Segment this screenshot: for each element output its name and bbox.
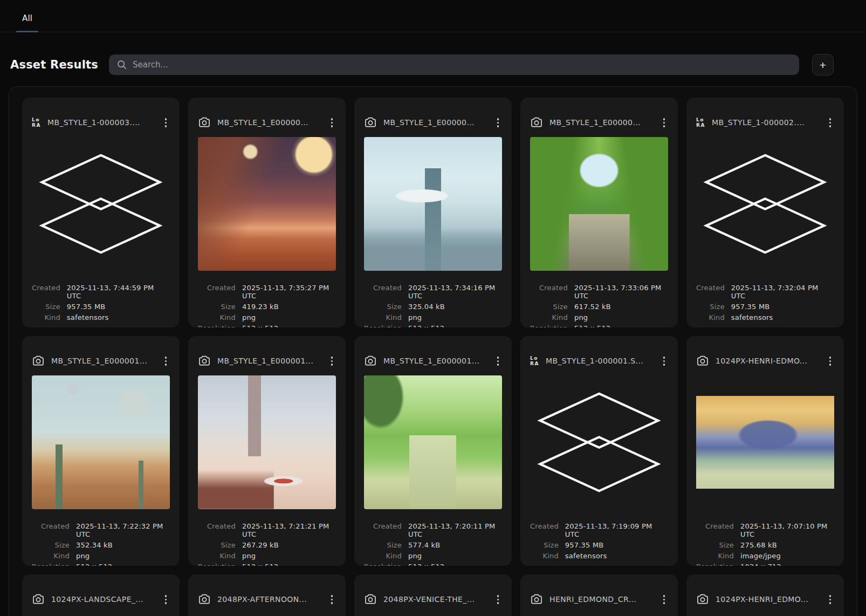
meta-label-size: Size — [198, 541, 236, 549]
asset-card[interactable]: HENRI_EDMOND_CR... — [520, 574, 678, 616]
asset-card[interactable]: 2048PX-VENICE-THE_... — [354, 574, 512, 616]
more-options-button[interactable] — [328, 116, 336, 129]
meta-value-resolution: 512 x 512 — [408, 324, 502, 328]
meta-label-created: Created — [198, 284, 236, 292]
more-options-button[interactable] — [826, 593, 835, 606]
meta-value-kind: safetensors — [731, 313, 834, 321]
meta-label-resolution: Resolution — [696, 563, 734, 566]
asset-card[interactable]: Lo RA MB_STYLE_1-000003.... Created2025-… — [22, 98, 180, 327]
meta-label-kind: Kind — [696, 313, 725, 321]
asset-card-header: HENRI_EDMOND_CR... — [530, 593, 668, 606]
asset-card-header: Lo RA MB_STYLE_1-000002.... — [696, 116, 834, 129]
asset-card-header: 1024PX-LANDSCAPE_... — [32, 593, 170, 606]
meta-label-kind: Kind — [530, 552, 559, 560]
meta-value-created: 2025-11-13, 7:32:04 PM UTC — [731, 284, 834, 300]
asset-metadata: Created2025-11-13, 7:33:06 PM UTCSize617… — [530, 284, 668, 328]
asset-card-header: 1024PX-HENRI-EDMO... — [696, 354, 834, 368]
meta-value-created: 2025-11-13, 7:07:10 PM UTC — [740, 522, 834, 538]
meta-value-kind: png — [242, 313, 336, 321]
asset-card[interactable]: 1024PX-LANDSCAPE_... — [22, 574, 180, 616]
asset-metadata: Created2025-11-13, 7:22:32 PM UTCSize352… — [32, 522, 170, 566]
asset-card[interactable]: MB_STYLE_1_E000001... Created2025-11-13,… — [354, 336, 512, 566]
asset-card-header: Lo RA MB_STYLE_1-000001.S... — [530, 354, 668, 368]
meta-value-size: 617.52 kB — [574, 303, 668, 311]
asset-thumbnail-airship-over-city-skyline[interactable] — [364, 137, 502, 271]
asset-metadata: Created2025-11-13, 7:19:09 PM UTCSize957… — [530, 522, 668, 560]
add-asset-button[interactable]: + — [812, 54, 834, 76]
more-options-button[interactable] — [660, 593, 669, 606]
more-options-button[interactable] — [162, 593, 170, 606]
asset-title: MB_STYLE_1-000002.... — [712, 118, 820, 127]
tab-bar: All — [0, 0, 866, 32]
meta-label-created: Created — [696, 284, 725, 292]
more-options-button[interactable] — [162, 116, 170, 129]
asset-title: 2048PX-VENICE-THE_... — [383, 595, 487, 604]
asset-metadata: Created2025-11-13, 7:32:04 PM UTCSize957… — [696, 284, 834, 321]
more-options-button[interactable] — [826, 354, 835, 368]
meta-label-created: Created — [32, 284, 60, 292]
more-options-button[interactable] — [494, 116, 503, 129]
asset-card-header: MB_STYLE_1_E00000... — [530, 116, 668, 129]
asset-title: MB_STYLE_1_E000001... — [217, 357, 321, 365]
more-options-button[interactable] — [162, 354, 170, 368]
asset-card[interactable]: 1024PX-HENRI_EDMO... — [686, 574, 844, 616]
meta-label-size: Size — [530, 303, 568, 311]
meta-label-created: Created — [32, 522, 70, 530]
search-input[interactable] — [109, 54, 799, 75]
asset-title: MB_STYLE_1_E00000... — [549, 118, 654, 127]
lora-badge-icon: Lo RA — [530, 355, 539, 366]
asset-thumbnail-monkey-cycling-tree-lined-road[interactable] — [530, 137, 668, 271]
asset-thumbnail-chimp-riding-bicycle-green-path[interactable] — [364, 375, 502, 509]
asset-card[interactable]: MB_STYLE_1_E000001... Created2025-11-13,… — [188, 336, 346, 566]
asset-card[interactable]: MB_STYLE_1_E00000... Created2025-11-13, … — [520, 98, 678, 327]
asset-card[interactable]: MB_STYLE_1_E000001... Created2025-11-13,… — [22, 336, 180, 566]
lora-badge-icon: Lo RA — [32, 117, 41, 128]
asset-title: 1024PX-LANDSCAPE_... — [51, 595, 155, 604]
asset-card[interactable]: 1024PX-HENRI-EDMO... Created2025-11-13, … — [686, 336, 844, 566]
asset-media[interactable] — [32, 137, 170, 271]
asset-media[interactable] — [530, 375, 668, 509]
meta-value-kind: png — [76, 552, 170, 560]
asset-thumbnail-desert-cacti-planets-sky[interactable] — [32, 375, 170, 509]
asset-card[interactable]: 2048PX-AFTERNOON... — [188, 574, 346, 616]
asset-card-header: 2048PX-AFTERNOON... — [198, 593, 336, 606]
asset-card[interactable]: MB_STYLE_1_E00000... Created2025-11-13, … — [354, 98, 512, 327]
asset-media[interactable] — [696, 137, 834, 271]
meta-label-size: Size — [696, 541, 734, 549]
more-options-button[interactable] — [494, 354, 503, 368]
meta-label-size: Size — [364, 541, 402, 549]
camera-icon — [530, 116, 543, 129]
asset-thumbnail-mars-landscape-two-moons[interactable] — [198, 137, 336, 271]
asset-card[interactable]: MB_STYLE_1_E00000... Created2025-11-13, … — [188, 98, 346, 327]
meta-label-resolution: Resolution — [364, 324, 402, 328]
asset-thumbnail-pointillist-painting-blue-trees[interactable] — [696, 375, 834, 509]
meta-value-resolution: 1024 x 712 — [740, 563, 834, 566]
more-options-button[interactable] — [328, 354, 336, 368]
meta-value-created: 2025-11-13, 7:34:16 PM UTC — [408, 284, 502, 300]
lora-logo-icon — [37, 152, 164, 256]
meta-value-created: 2025-11-13, 7:22:32 PM UTC — [76, 522, 170, 538]
search-icon — [117, 60, 127, 70]
meta-label-kind: Kind — [696, 552, 734, 560]
more-options-button[interactable] — [826, 116, 835, 129]
more-options-button[interactable] — [328, 593, 336, 606]
meta-value-created: 2025-11-13, 7:33:06 PM UTC — [574, 284, 668, 300]
asset-title: 2048PX-AFTERNOON... — [217, 595, 321, 604]
meta-value-resolution: 512 x 512 — [76, 563, 170, 566]
asset-thumbnail-pale-city-skyscraper-airship[interactable] — [198, 375, 336, 509]
more-options-button[interactable] — [494, 593, 503, 606]
meta-value-kind: png — [408, 552, 502, 560]
asset-card[interactable]: Lo RA MB_STYLE_1-000001.S... Created2025… — [520, 336, 678, 566]
asset-title: MB_STYLE_1_E00000... — [383, 118, 487, 127]
more-options-button[interactable] — [660, 354, 669, 368]
meta-value-created: 2025-11-13, 7:20:11 PM UTC — [408, 522, 502, 538]
asset-metadata: Created2025-11-13, 7:44:59 PM UTCSize957… — [32, 284, 170, 321]
meta-value-size: 325.04 kB — [408, 303, 502, 311]
camera-icon — [364, 593, 377, 606]
more-options-button[interactable] — [660, 116, 669, 129]
camera-icon — [364, 116, 377, 129]
tab-all[interactable]: All — [16, 13, 38, 32]
asset-card[interactable]: Lo RA MB_STYLE_1-000002.... Created2025-… — [686, 98, 844, 327]
meta-value-size: 577.4 kB — [408, 541, 502, 549]
asset-title: HENRI_EDMOND_CR... — [549, 595, 654, 604]
